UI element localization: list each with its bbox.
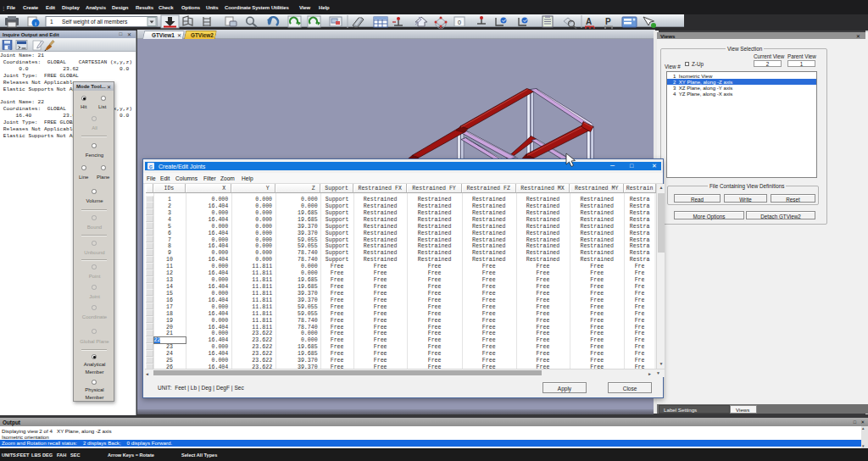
svg-text:i: i (35, 20, 36, 27)
svg-text:1: 1 (50, 19, 53, 25)
svg-text:Self weight of all members: Self weight of all members (62, 19, 128, 25)
svg-text:A: A (586, 17, 592, 26)
svg-text:0: 0 (458, 19, 461, 25)
svg-text:P: P (605, 17, 611, 26)
svg-text:G: G (149, 164, 153, 169)
